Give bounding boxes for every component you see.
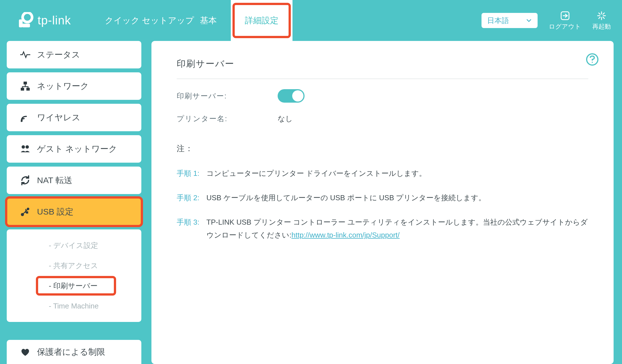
tab-quick-setup[interactable]: クイック セットアップ (113, 0, 186, 41)
svg-line-9 (599, 13, 600, 14)
note-title: 注： (177, 143, 588, 154)
printer-name-value: なし (278, 114, 293, 124)
print-server-toggle[interactable] (278, 89, 305, 103)
svg-rect-15 (26, 88, 30, 91)
logout-label: ログアウト (549, 22, 581, 31)
sidebar-item-label: ワイヤレス (37, 112, 80, 123)
svg-line-12 (599, 17, 600, 19)
layout: ステータス ネットワーク ワイヤレス ゲスト ネット (0, 41, 622, 364)
usb-icon (20, 206, 31, 217)
step-text: USB ケーブルを使用してルーターの USB ポートに USB プリンターを接続… (206, 191, 486, 204)
refresh-icon (20, 175, 31, 186)
sidebar-item-nat[interactable]: NAT 転送 (7, 167, 141, 194)
sidebar-item-label: ゲスト ネットワーク (37, 143, 117, 155)
row-print-server-toggle: 印刷サーバー: (177, 89, 588, 103)
main-panel: 印刷サーバー 印刷サーバー: プリンター名: なし 注： 手順 1: コンピュー… (151, 41, 614, 364)
printer-name-label: プリンター名: (177, 114, 278, 124)
step-2: 手順 2: USB ケーブルを使用してルーターの USB ポートに USB プリ… (177, 191, 588, 204)
sidebar-item-status[interactable]: ステータス (7, 41, 141, 68)
brand-text: tp-link (38, 14, 71, 27)
logo: tp-link (17, 12, 71, 29)
header: tp-link クイック セットアップ 基本 詳細設定 日本語 ログアウト (0, 0, 622, 41)
reboot-button[interactable]: 再起動 (592, 10, 611, 31)
sidebar-sub-time-machine[interactable]: - Time Machine (7, 297, 141, 315)
svg-rect-13 (24, 82, 27, 84)
heart-lock-icon (20, 346, 31, 358)
sidebar-sub-shared-access[interactable]: - 共有アクセス (7, 256, 141, 275)
print-server-label: 印刷サーバー: (177, 91, 278, 101)
step-text: TP-LINK USB プリンター コントローラー ユーティリティをインストール… (206, 216, 588, 242)
tab-advanced[interactable]: 詳細設定 (231, 0, 292, 41)
svg-rect-14 (21, 88, 24, 91)
svg-rect-2 (22, 24, 30, 27)
logout-icon (559, 10, 571, 21)
svg-point-20 (27, 208, 29, 210)
sidebar: ステータス ネットワーク ワイヤレス ゲスト ネット (7, 41, 141, 364)
step-1: 手順 1: コンピューターにプリンター ドライバーをインストールします。 (177, 167, 588, 180)
network-icon (20, 80, 31, 92)
svg-point-0 (23, 13, 32, 22)
wifi-icon (20, 112, 31, 123)
section-title: 印刷サーバー (177, 58, 588, 79)
sidebar-item-label: 保護者による制限 (37, 346, 105, 358)
step-num: 手順 3: (177, 216, 201, 242)
svg-point-18 (26, 145, 29, 149)
reboot-icon (596, 10, 607, 21)
heartbeat-icon (20, 49, 31, 60)
sidebar-sub-label: - デバイス設定 (49, 241, 98, 250)
svg-rect-1 (19, 19, 23, 27)
sidebar-sub-label: - 共有アクセス (49, 261, 98, 271)
svg-point-17 (22, 145, 25, 149)
header-right: 日本語 ログアウト 再起動 (482, 10, 611, 31)
sidebar-item-guest-network[interactable]: ゲスト ネットワーク (7, 135, 141, 163)
sidebar-item-parental-controls[interactable]: 保護者による制限 (7, 340, 141, 364)
svg-point-23 (592, 62, 593, 63)
logout-button[interactable]: ログアウト (549, 10, 581, 31)
step-num: 手順 2: (177, 191, 201, 204)
sidebar-sub-print-server[interactable]: - 印刷サーバー (7, 277, 141, 295)
reboot-label: 再起動 (592, 22, 611, 31)
sidebar-sub-label: - Time Machine (49, 302, 99, 310)
sidebar-item-label: ステータス (37, 49, 80, 61)
chevron-down-icon (526, 17, 532, 24)
svg-line-11 (603, 13, 604, 14)
sidebar-item-label: USB 設定 (37, 206, 73, 218)
language-value: 日本語 (487, 16, 509, 26)
tplink-logo-icon (17, 12, 34, 29)
tab-basic[interactable]: 基本 (186, 0, 231, 41)
sidebar-item-network[interactable]: ネットワーク (7, 72, 141, 100)
support-link[interactable]: http://www.tp-link.com/jp/Support/ (291, 231, 400, 239)
sidebar-sub-device-settings[interactable]: - デバイス設定 (7, 236, 141, 255)
sidebar-item-wireless[interactable]: ワイヤレス (7, 104, 141, 131)
step-num: 手順 1: (177, 167, 201, 180)
sidebar-item-label: ネットワーク (37, 80, 89, 92)
sidebar-item-label: NAT 転送 (37, 175, 72, 186)
step-text: コンピューターにプリンター ドライバーをインストールします。 (206, 167, 426, 180)
svg-line-10 (603, 17, 604, 19)
step-3: 手順 3: TP-LINK USB プリンター コントローラー ユーティリティを… (177, 216, 588, 242)
language-select[interactable]: 日本語 (482, 13, 538, 28)
users-icon (20, 143, 31, 155)
sidebar-sub-label: - 印刷サーバー (49, 281, 98, 291)
main-tabs: クイック セットアップ 基本 詳細設定 (113, 0, 292, 41)
sidebar-submenu-usb: - デバイス設定 - 共有アクセス - 印刷サーバー - Time Machin… (7, 229, 141, 322)
sidebar-item-usb[interactable]: USB 設定 (7, 198, 141, 225)
svg-point-16 (21, 120, 23, 122)
help-icon[interactable] (586, 53, 599, 66)
row-printer-name: プリンター名: なし (177, 114, 588, 124)
svg-rect-21 (26, 212, 28, 213)
